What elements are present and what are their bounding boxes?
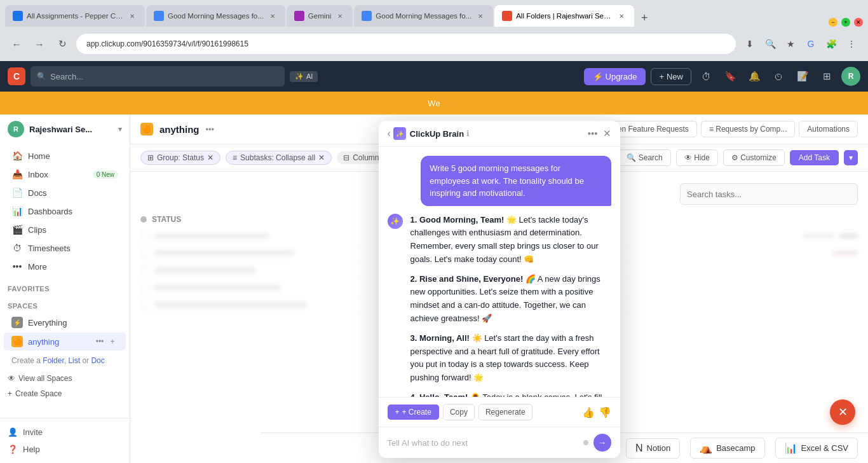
thumbs-up-icon[interactable]: 👍: [582, 406, 595, 418]
list-item: 1. Good Morning, Team! 🌟 Let's tackle to…: [410, 214, 609, 266]
create-folder-link[interactable]: Folder: [43, 356, 64, 365]
create-hint: Create a Folder, List or Doc: [0, 351, 130, 371]
sparkle-icon: ✨: [295, 73, 304, 81]
create-doc-link[interactable]: Doc: [91, 356, 104, 365]
bookmark-nav-icon[interactable]: 🔖: [721, 67, 740, 86]
user-avatar-button[interactable]: R: [841, 67, 860, 86]
clock-icon[interactable]: ⏱: [696, 67, 715, 86]
more-icon[interactable]: ⋮: [843, 35, 860, 53]
ai-panel: ‹ ✨ ClickUp Brain ℹ ••• ✕ Write 5 good m…: [379, 121, 620, 458]
help-button[interactable]: ❓ Help: [0, 441, 130, 458]
floating-action-button[interactable]: ✕: [830, 399, 855, 425]
sidebar-item-everything[interactable]: ⚡ Everything: [4, 314, 126, 331]
timesheets-icon: ⏱: [11, 243, 23, 253]
bookmark-icon[interactable]: ★: [782, 35, 799, 53]
download-icon[interactable]: ⬇: [741, 35, 759, 53]
everything-space-icon: ⚡: [11, 317, 23, 328]
ai-more-button[interactable]: •••: [588, 128, 598, 139]
extension-icon[interactable]: 🧩: [822, 35, 840, 53]
ai-back-button[interactable]: ‹: [388, 128, 391, 139]
tab-bar: All Assignments - Pepper Co... ✕ Good Mo…: [0, 0, 868, 27]
docs-icon: 📄: [11, 188, 23, 198]
notification-banner: We: [0, 92, 868, 114]
ai-close-button[interactable]: ✕: [603, 128, 611, 139]
minimize-button[interactable]: −: [829, 18, 837, 27]
sidebar-item-home[interactable]: 🏠 Home: [4, 147, 126, 165]
memo-icon[interactable]: 📝: [793, 67, 812, 86]
content-area: 🟠 anything ••• ◈ Open Feature Requests ≡…: [130, 114, 868, 463]
invite-icon: 👤: [8, 427, 18, 437]
app-container: C 🔍 Search... ✨ AI ⚡ Upgrade + New ⏱ 🔖 🔔…: [0, 61, 868, 463]
avatar: R: [8, 121, 24, 137]
sidebar-item-more[interactable]: ••• More: [4, 258, 126, 275]
ai-copy-button[interactable]: Copy: [443, 404, 475, 420]
tab-3-close[interactable]: ✕: [335, 11, 345, 21]
sidebar-item-dashboards[interactable]: 📊 Dashboards: [4, 202, 126, 220]
space-add-icon[interactable]: +: [107, 336, 118, 347]
ai-toggle-badge[interactable]: ✨ AI: [290, 71, 318, 82]
create-list-link[interactable]: List: [68, 356, 80, 365]
tab-1[interactable]: All Assignments - Pepper Co... ✕: [5, 5, 145, 27]
ai-logo-icon: ✨: [393, 127, 406, 140]
spaces-section: Spaces: [0, 296, 130, 313]
address-bar: ← → ↻ app.clickup.com/9016359734/v/l/f/9…: [0, 27, 868, 61]
forward-button[interactable]: →: [31, 35, 48, 53]
tab-1-close[interactable]: ✕: [127, 11, 137, 21]
notifications-icon[interactable]: 🔔: [745, 67, 764, 86]
ai-send-button[interactable]: →: [593, 434, 611, 452]
tab-2[interactable]: Good Morning Messages fo... ✕: [146, 5, 285, 27]
ai-avatar: ✨: [388, 214, 403, 229]
thumbs-down-icon[interactable]: 👎: [599, 406, 611, 418]
anything-space-icon: 🟠: [11, 336, 23, 347]
space-options-icon[interactable]: •••: [94, 336, 105, 347]
list-item: 3. Morning, All! ☀️ Let's start the day …: [410, 332, 609, 385]
info-icon[interactable]: ℹ: [466, 129, 470, 138]
sidebar-item-inbox[interactable]: 📥 Inbox 0 New: [4, 165, 126, 183]
new-tab-button[interactable]: +: [635, 9, 653, 27]
ai-actions-bar: + + Create Copy Regenerate 👍 👎: [379, 397, 620, 427]
tab-5-close[interactable]: ✕: [616, 11, 627, 21]
view-all-spaces[interactable]: 👁 View all Spaces: [0, 371, 130, 386]
main-layout: R Rajeshwari Se... ▾ 🏠 Home 📥 Inbox 0 Ne…: [0, 114, 868, 463]
more-icon: •••: [11, 261, 23, 272]
ai-panel-overlay: ‹ ✨ ClickUp Brain ℹ ••• ✕ Write 5 good m…: [130, 114, 868, 463]
upgrade-button[interactable]: ⚡ Upgrade: [584, 68, 646, 85]
list-item: 2. Rise and Shine, Everyone! 🌈 A new day…: [410, 273, 609, 326]
tab-2-close[interactable]: ✕: [268, 11, 278, 21]
sidebar-item-docs[interactable]: 📄 Docs: [4, 184, 126, 202]
plus-icon: +: [395, 408, 400, 417]
close-window-button[interactable]: ✕: [854, 18, 863, 27]
favorites-section: Favorites: [0, 279, 130, 296]
global-search-bar[interactable]: 🔍 Search...: [31, 66, 285, 86]
gemini-icon[interactable]: G: [802, 35, 820, 53]
tab-4-close[interactable]: ✕: [475, 11, 485, 21]
tab-4[interactable]: Good Morning Messages fo... ✕: [354, 5, 493, 27]
tab-5[interactable]: All Folders | Rajeshwari Sen... ✕: [494, 5, 634, 27]
reload-button[interactable]: ↻: [53, 35, 71, 53]
sidebar-user-header[interactable]: R Rajeshwari Se... ▾: [0, 114, 130, 144]
timer-icon[interactable]: ⏲: [769, 67, 788, 86]
grid-icon[interactable]: ⊞: [817, 67, 836, 86]
sidebar-nav: 🏠 Home 📥 Inbox 0 New 📄 Docs 📊 Dashboards: [0, 144, 130, 279]
list-item: 4. Hello, Team! 🌻 Today is a blank canva…: [410, 391, 609, 397]
sidebar-item-clips[interactable]: 🎬 Clips: [4, 221, 126, 238]
search-icon: 🔍: [37, 72, 46, 81]
tab-3[interactable]: Gemini ✕: [287, 5, 353, 27]
new-button[interactable]: + New: [651, 68, 691, 85]
feedback-icons: 👍 👎: [582, 406, 611, 418]
create-space-button[interactable]: + Create Space: [0, 386, 130, 401]
ai-input-area: →: [379, 427, 620, 458]
zoom-icon[interactable]: 🔍: [761, 35, 779, 53]
app-logo: C: [8, 67, 25, 85]
ai-create-button[interactable]: + + Create: [388, 404, 439, 420]
ai-text-input[interactable]: [388, 438, 578, 448]
ai-regenerate-button[interactable]: Regenerate: [478, 404, 532, 420]
user-message: Write 5 good morning messages for employ…: [421, 156, 611, 206]
invite-button[interactable]: 👤 Invite: [0, 424, 130, 441]
url-bar[interactable]: app.clickup.com/9016359734/v/l/f/9016199…: [76, 34, 736, 54]
maximize-button[interactable]: +: [841, 18, 850, 27]
sidebar-item-anything[interactable]: 🟠 anything ••• +: [4, 333, 126, 350]
back-button[interactable]: ←: [8, 35, 25, 53]
ai-response: 1. Good Morning, Team! 🌟 Let's tackle to…: [408, 214, 611, 397]
sidebar-item-timesheets[interactable]: ⏱ Timesheets: [4, 239, 126, 257]
